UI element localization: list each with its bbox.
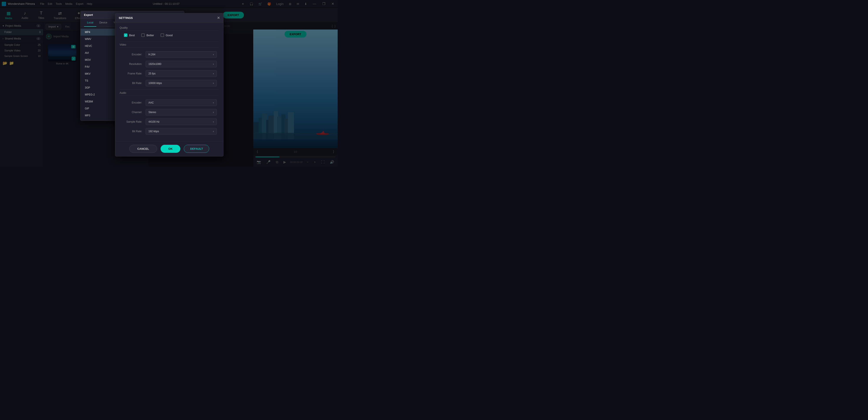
export-title-text: Export xyxy=(84,13,93,17)
resolution-row: Resolution: 1920x1080 ▾ xyxy=(120,61,219,67)
quality-better[interactable]: Better xyxy=(141,33,154,37)
encoder-select[interactable]: H.264 ▾ xyxy=(146,51,217,58)
audio-bitrate-value: 192 kbps xyxy=(148,130,159,133)
audio-encoder-row: Encoder: AAC ▾ xyxy=(120,99,219,106)
quality-good[interactable]: Good xyxy=(161,33,173,37)
quality-best[interactable]: ✓ Best xyxy=(124,33,135,37)
video-bitrate-chevron-icon: ▾ xyxy=(213,82,214,84)
framerate-value: 25 fps xyxy=(148,72,156,75)
resolution-chevron-icon: ▾ xyxy=(213,63,214,65)
video-bitrate-row: Bit Rate: 10000 kbps ▾ xyxy=(120,80,219,86)
settings-close-icon[interactable]: ✕ xyxy=(217,16,220,20)
quality-best-label: Best xyxy=(129,34,135,37)
export-tab-local[interactable]: Local xyxy=(84,19,96,27)
resolution-value: 1920x1080 xyxy=(148,62,161,65)
channel-select[interactable]: Stereo ▾ xyxy=(146,109,217,116)
video-bitrate-label: Bit Rate: xyxy=(122,82,146,85)
export-tab-device[interactable]: Device xyxy=(96,19,111,27)
audio-encoder-value: AAC xyxy=(148,101,154,104)
audio-encoder-chevron-icon: ▾ xyxy=(213,101,214,104)
quality-better-checkbox[interactable] xyxy=(141,33,145,37)
framerate-label: Frame Rate: xyxy=(122,72,146,75)
channel-value: Stereo xyxy=(148,111,156,114)
audio-encoder-label: Encoder: xyxy=(122,101,146,104)
sample-rate-select[interactable]: 44100 Hz ▾ xyxy=(146,119,217,125)
framerate-select[interactable]: 25 fps ▾ xyxy=(146,70,217,77)
resolution-label: Resolution: xyxy=(122,62,146,65)
settings-title: SETTINGS xyxy=(119,16,133,20)
sample-rate-row: Sample Rate: 44100 Hz ▾ xyxy=(120,119,219,125)
audio-bitrate-chevron-icon: ▾ xyxy=(213,130,214,132)
encoder-chevron-icon: ▾ xyxy=(213,53,214,56)
video-audio-divider xyxy=(120,89,219,90)
video-section-title: Video xyxy=(120,43,219,48)
audio-bitrate-row: Bit Rate: 192 kbps ▾ xyxy=(120,128,219,134)
framerate-chevron-icon: ▾ xyxy=(213,72,214,75)
quality-options: ✓ Best Better Good xyxy=(120,33,219,37)
settings-body: Quality ✓ Best Better Good Video Encoder… xyxy=(115,23,223,141)
resolution-select[interactable]: 1920x1080 ▾ xyxy=(146,61,217,67)
quality-good-checkbox[interactable] xyxy=(161,33,164,37)
sample-rate-chevron-icon: ▾ xyxy=(213,121,214,123)
audio-bitrate-select[interactable]: 192 kbps ▾ xyxy=(146,128,217,134)
quality-best-checkbox[interactable]: ✓ xyxy=(124,33,127,37)
encoder-value: H.264 xyxy=(148,53,155,56)
channel-label: Channel: xyxy=(122,111,146,114)
framerate-row: Frame Rate: 25 fps ▾ xyxy=(120,70,219,77)
settings-dialog: SETTINGS ✕ Quality ✓ Best Better Good Vi… xyxy=(115,13,223,156)
settings-footer: CANCEL OK DEFAULT xyxy=(115,141,223,156)
audio-bitrate-label: Bit Rate: xyxy=(122,130,146,133)
quality-good-label: Good xyxy=(166,34,173,37)
quality-section-title: Quality xyxy=(120,26,219,31)
video-bitrate-select[interactable]: 10000 kbps ▾ xyxy=(146,80,217,86)
audio-section-title: Audio xyxy=(120,91,219,96)
audio-encoder-select[interactable]: AAC ▾ xyxy=(146,99,217,106)
settings-ok-button[interactable]: OK xyxy=(161,145,181,153)
channel-chevron-icon: ▾ xyxy=(213,111,214,114)
video-bitrate-value: 10000 kbps xyxy=(148,82,162,85)
sample-rate-value: 44100 Hz xyxy=(148,120,159,123)
settings-default-button[interactable]: DEFAULT xyxy=(184,145,209,153)
quality-better-label: Better xyxy=(147,34,154,37)
encoder-row: Encoder: H.264 ▾ xyxy=(120,51,219,58)
encoder-label: Encoder: xyxy=(122,53,146,56)
channel-row: Channel: Stereo ▾ xyxy=(120,109,219,116)
settings-cancel-button[interactable]: CANCEL xyxy=(129,145,157,153)
settings-header: SETTINGS ✕ xyxy=(115,13,223,23)
quality-video-divider xyxy=(120,41,219,41)
sample-rate-label: Sample Rate: xyxy=(122,120,146,123)
